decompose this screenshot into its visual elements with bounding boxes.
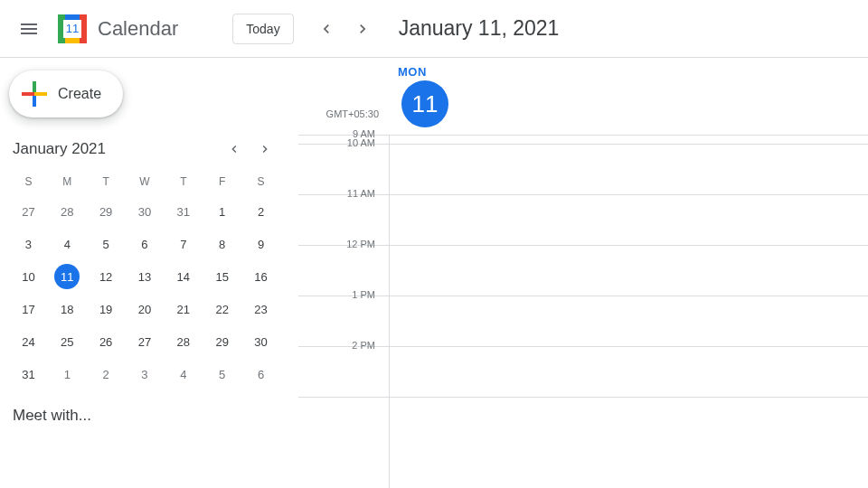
mini-cal-day[interactable]: 5 — [87, 228, 126, 260]
mini-cal-day[interactable]: 21 — [164, 293, 203, 325]
mini-cal-day[interactable]: 23 — [241, 293, 280, 325]
mini-cal-day[interactable]: 17 — [9, 293, 48, 325]
mini-cal-day[interactable]: 29 — [87, 195, 126, 228]
time-row[interactable]: 2 PM — [298, 347, 868, 398]
mini-calendar-title: January 2021 — [13, 140, 106, 158]
mini-cal-day[interactable]: 18 — [48, 293, 87, 325]
app-title: Calendar — [98, 17, 178, 41]
mini-cal-day[interactable]: 13 — [126, 260, 165, 293]
mini-cal-day[interactable]: 10 — [9, 260, 48, 293]
day-of-week-label: MON — [398, 65, 868, 79]
main-content: Create January 2021 SMTWTFS2728293031123… — [0, 58, 868, 488]
mini-cal-dow: S — [241, 168, 280, 195]
mini-cal-day[interactable]: 8 — [203, 228, 241, 260]
main-menu-button[interactable] — [7, 7, 51, 51]
timezone-label: GMT+05:30 — [298, 108, 384, 119]
day-number-badge[interactable]: 11 — [401, 80, 448, 127]
mini-cal-dow: M — [48, 168, 87, 195]
mini-cal-day[interactable]: 29 — [203, 325, 241, 358]
time-cell[interactable] — [384, 195, 868, 245]
mini-cal-day[interactable]: 26 — [87, 325, 126, 358]
mini-cal-day[interactable]: 31 — [164, 195, 203, 228]
meet-with-section[interactable]: Meet with... — [9, 407, 280, 425]
time-label: 2 PM — [298, 340, 384, 389]
mini-cal-day[interactable]: 2 — [241, 195, 280, 228]
mini-cal-day[interactable]: 31 — [9, 358, 48, 390]
time-label: 11 AM — [298, 188, 384, 238]
time-label: 9 AM — [298, 128, 384, 136]
mini-calendar-grid: SMTWTFS272829303112345678910111213141516… — [9, 168, 280, 390]
mini-cal-day[interactable]: 28 — [164, 325, 203, 358]
time-cell[interactable] — [384, 246, 868, 296]
logo-day-number: 11 — [54, 11, 90, 47]
time-cell[interactable] — [384, 296, 868, 346]
chevron-right-icon — [354, 20, 372, 38]
mini-cal-day[interactable]: 5 — [203, 358, 241, 390]
mini-cal-day[interactable]: 14 — [164, 260, 203, 293]
time-cell[interactable] — [384, 136, 868, 144]
time-label: 1 PM — [298, 289, 384, 339]
sidebar: Create January 2021 SMTWTFS2728293031123… — [0, 58, 298, 488]
mini-cal-dow: S — [9, 168, 48, 195]
calendar-logo: 11 — [54, 11, 90, 47]
time-label: 12 PM — [298, 239, 384, 288]
time-label: 10 AM — [298, 137, 384, 187]
next-day-button[interactable] — [348, 14, 377, 43]
create-button[interactable]: Create — [9, 70, 123, 117]
mini-cal-day[interactable]: 22 — [203, 293, 241, 325]
mini-calendar-header: January 2021 — [9, 137, 280, 161]
mini-cal-day[interactable]: 3 — [9, 228, 48, 260]
mini-cal-day[interactable]: 11 — [48, 260, 87, 293]
mini-cal-dow: T — [164, 168, 203, 195]
mini-cal-prev-button[interactable] — [222, 137, 246, 161]
mini-cal-dow: F — [203, 168, 241, 195]
day-view: MON 11 GMT+05:30 9 AM10 AM11 AM12 PM1 PM… — [298, 58, 868, 488]
mini-cal-day[interactable]: 27 — [9, 195, 48, 228]
time-cell[interactable] — [384, 145, 868, 194]
header-date: January 11, 2021 — [399, 16, 560, 41]
create-label: Create — [58, 86, 101, 102]
time-cell[interactable] — [384, 347, 868, 397]
plus-icon — [22, 81, 47, 107]
prev-day-button[interactable] — [312, 14, 341, 43]
mini-cal-day[interactable]: 7 — [164, 228, 203, 260]
mini-cal-day[interactable]: 12 — [87, 260, 126, 293]
mini-cal-day[interactable]: 4 — [48, 228, 87, 260]
mini-cal-day[interactable]: 9 — [241, 228, 280, 260]
time-grid: 9 AM10 AM11 AM12 PM1 PM2 PM — [298, 135, 868, 398]
mini-cal-dow: W — [126, 168, 165, 195]
app-header: 11 Calendar Today January 11, 2021 — [0, 0, 868, 58]
mini-cal-day[interactable]: 15 — [203, 260, 241, 293]
today-button[interactable]: Today — [232, 14, 293, 44]
mini-cal-day[interactable]: 1 — [48, 358, 87, 390]
mini-cal-day[interactable]: 30 — [241, 325, 280, 358]
mini-cal-next-button[interactable] — [253, 137, 277, 161]
mini-cal-day[interactable]: 30 — [126, 195, 165, 228]
mini-cal-day[interactable]: 3 — [126, 358, 165, 390]
mini-cal-day[interactable]: 2 — [87, 358, 126, 390]
mini-cal-day[interactable]: 25 — [48, 325, 87, 358]
mini-cal-day[interactable]: 1 — [203, 195, 241, 228]
mini-cal-day[interactable]: 6 — [241, 358, 280, 390]
mini-cal-day[interactable]: 6 — [126, 228, 165, 260]
mini-cal-day[interactable]: 4 — [164, 358, 203, 390]
chevron-left-icon — [227, 142, 241, 156]
mini-cal-day[interactable]: 19 — [87, 293, 126, 325]
hamburger-icon — [18, 18, 40, 40]
mini-cal-day[interactable]: 24 — [9, 325, 48, 358]
mini-cal-day[interactable]: 16 — [241, 260, 280, 293]
mini-cal-day[interactable]: 28 — [48, 195, 87, 228]
mini-cal-day[interactable]: 27 — [126, 325, 165, 358]
mini-cal-dow: T — [87, 168, 126, 195]
mini-cal-day[interactable]: 20 — [126, 293, 165, 325]
chevron-left-icon — [317, 20, 335, 38]
chevron-right-icon — [258, 142, 272, 156]
